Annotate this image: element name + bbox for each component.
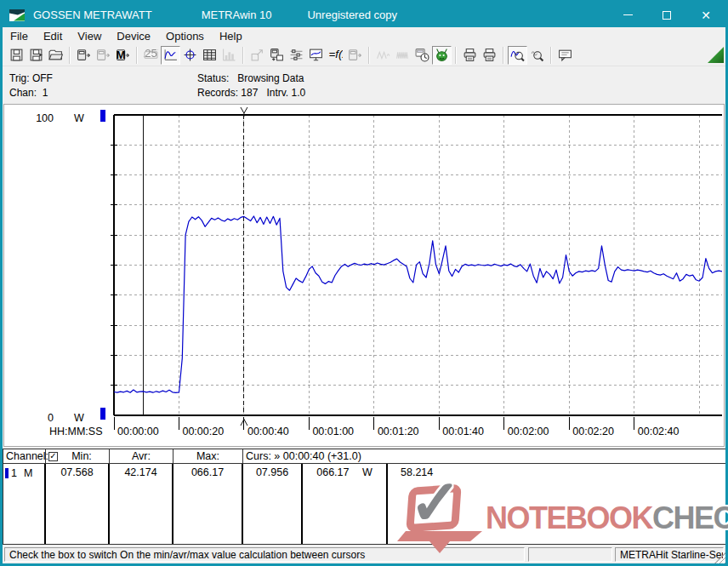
zoom-wave-icon[interactable] bbox=[508, 46, 527, 65]
max-label: Max: bbox=[196, 450, 219, 462]
open-file-icon[interactable] bbox=[46, 46, 65, 65]
toolbar: M1257=f(x) bbox=[3, 44, 725, 66]
col-max-header: Max: bbox=[173, 449, 243, 463]
x-tick-label: 00:01:40 bbox=[442, 426, 484, 437]
max-value-cell: 066.17 bbox=[173, 464, 243, 544]
x-tick-label: 00:01:00 bbox=[312, 426, 354, 437]
wave-dense-icon bbox=[393, 46, 412, 65]
svg-text:=f(x): =f(x) bbox=[329, 48, 343, 60]
y-max-label: 100 bbox=[36, 112, 54, 124]
titlebar-app-name: GOSSEN METRAWATT bbox=[33, 9, 152, 21]
channel-color-marker bbox=[5, 468, 9, 478]
wave-low-icon bbox=[373, 46, 393, 65]
channel-status: Chan: 1 bbox=[9, 87, 48, 99]
power-chart[interactable]: 00:00:0000:00:2000:00:4000:01:0000:01:20… bbox=[4, 105, 724, 446]
menu-help[interactable]: Help bbox=[212, 28, 250, 44]
channel-cell: 1 M bbox=[3, 464, 46, 544]
cursor-mode-icon[interactable] bbox=[180, 46, 200, 65]
min-value-cell: 07.568 bbox=[46, 464, 110, 544]
power-curve bbox=[114, 216, 722, 392]
x-tick-label: 00:00:00 bbox=[117, 426, 159, 437]
x-tick-label: 00:02:20 bbox=[572, 426, 614, 437]
status-empty-panel bbox=[528, 547, 612, 562]
save-as-icon[interactable] bbox=[26, 46, 46, 65]
channel-axis-marker-bottom bbox=[100, 408, 105, 420]
chart-view-icon[interactable] bbox=[161, 46, 180, 65]
titlebar-license-status: Unregistered copy bbox=[307, 9, 397, 21]
live-device-icon[interactable] bbox=[432, 46, 452, 65]
col-cursor-header: Curs: » 00:00:40 (+31.0) bbox=[243, 449, 725, 463]
menu-device[interactable]: Device bbox=[109, 28, 158, 44]
cursor2-value: 066.17 bbox=[316, 466, 349, 478]
svg-text:M: M bbox=[117, 49, 126, 61]
print-icon[interactable] bbox=[480, 46, 499, 65]
numeric-display-icon: 1257 bbox=[141, 46, 161, 65]
x-axis-format-label: HH:MM:SS bbox=[49, 426, 103, 437]
chart-panel: 00:00:0000:00:2000:00:4000:01:0000:01:20… bbox=[3, 104, 725, 447]
toolbar-separator bbox=[69, 47, 71, 64]
resize-corner-triangle-icon bbox=[708, 47, 724, 63]
tooltip-icon[interactable] bbox=[555, 46, 575, 65]
device-download-icon[interactable] bbox=[74, 46, 94, 65]
x-tick-label: 00:01:20 bbox=[378, 426, 419, 437]
status-message: Check the box to switch On the min/avr/m… bbox=[9, 549, 365, 561]
cursor1-value-cell: 07.956 bbox=[243, 464, 303, 544]
settings-sliders-icon[interactable] bbox=[287, 46, 306, 65]
menu-edit[interactable]: Edit bbox=[36, 28, 70, 44]
toolbar-separator bbox=[455, 47, 457, 64]
delta-value-cell: 58.214 bbox=[388, 464, 725, 544]
minimize-icon bbox=[623, 14, 633, 15]
save-file-icon[interactable] bbox=[7, 46, 26, 65]
device-name: METRAHit Starline-Seri bbox=[620, 549, 724, 561]
formula-icon[interactable]: =f(x) bbox=[326, 46, 345, 65]
device-save-icon[interactable] bbox=[267, 46, 287, 65]
browse-status: Status: Browsing Data bbox=[197, 72, 304, 84]
col-min-header: ✓ Min: bbox=[46, 449, 110, 463]
channel-label: Channel: bbox=[6, 450, 48, 462]
y-unit-label: W bbox=[74, 112, 84, 124]
export-icon bbox=[247, 46, 267, 65]
status-bar: Check the box to switch On the min/avr/m… bbox=[3, 546, 725, 563]
toolbar-separator bbox=[242, 47, 244, 64]
menu-view[interactable]: View bbox=[70, 28, 109, 44]
cursor-position-label: Curs: » 00:00:40 (+31.0) bbox=[246, 450, 361, 462]
maximize-button[interactable] bbox=[647, 3, 686, 27]
menu-file[interactable]: File bbox=[3, 28, 36, 44]
min-label: Min: bbox=[63, 450, 109, 462]
table-view-icon[interactable] bbox=[200, 46, 219, 65]
toolbar-separator bbox=[368, 47, 370, 64]
app-window: GOSSEN METRAWATT METRAwin 10 Unregistere… bbox=[0, 0, 728, 566]
avr-label: Avr: bbox=[132, 450, 151, 462]
menu-bar: FileEditViewDeviceOptionsHelp bbox=[3, 27, 725, 44]
channel-number: 1 bbox=[11, 467, 17, 479]
app-logo-icon bbox=[9, 9, 25, 21]
zoom-out-icon[interactable] bbox=[527, 46, 547, 65]
avr-value-cell: 42.174 bbox=[110, 464, 173, 544]
status-message-panel: Check the box to switch On the min/avr/m… bbox=[4, 547, 525, 562]
measurement-table: Channel: ✓ Min: Avr: Max: Curs: » 00:00:… bbox=[3, 449, 725, 545]
device-config-icon bbox=[345, 46, 365, 65]
x-tick-label: 00:02:40 bbox=[638, 426, 680, 437]
minmax-checkbox[interactable]: ✓ bbox=[48, 452, 58, 461]
minimize-button[interactable] bbox=[608, 3, 647, 27]
memory-read-icon[interactable]: M bbox=[113, 46, 133, 65]
y-min-label: 0 bbox=[48, 412, 54, 424]
y-unit-label: W bbox=[74, 412, 84, 424]
channel-axis-marker-top bbox=[100, 110, 105, 122]
col-avr-header: Avr: bbox=[110, 449, 173, 463]
x-tick-label: 00:00:40 bbox=[247, 426, 289, 437]
device-disconnect-icon bbox=[94, 46, 113, 65]
pc-monitor-icon[interactable] bbox=[306, 46, 326, 65]
toolbar-separator bbox=[503, 47, 504, 64]
menu-options[interactable]: Options bbox=[158, 28, 212, 44]
print-preview-icon[interactable] bbox=[460, 46, 480, 65]
interval-clock-icon[interactable] bbox=[412, 46, 432, 65]
bar-graph-icon bbox=[219, 46, 239, 65]
checkmark-icon: ✓ bbox=[49, 452, 56, 460]
channel-mode: M bbox=[24, 467, 32, 479]
unit-label: W bbox=[362, 466, 373, 478]
device-name-panel: METRAHit Starline-Seri bbox=[615, 547, 724, 562]
table-row: 1 M 07.568 42.174 066.17 07.956 066.17 W… bbox=[3, 464, 725, 544]
svg-text:1257: 1257 bbox=[144, 48, 158, 60]
close-button[interactable]: ✕ bbox=[686, 3, 725, 27]
